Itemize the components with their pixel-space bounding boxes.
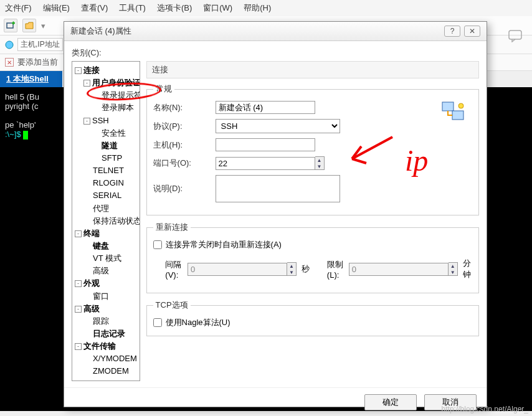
chat-icon[interactable] <box>508 30 522 44</box>
tree-window[interactable]: 窗口 <box>93 291 109 301</box>
toggle-icon[interactable]: - <box>83 118 90 125</box>
section-connect: 连接 <box>146 61 479 78</box>
legend-general: 常规 <box>153 83 174 95</box>
port-label: 端口号(O): <box>153 158 216 169</box>
spin-up-icon[interactable]: ▲ <box>315 157 324 163</box>
toggle-icon[interactable]: - <box>75 306 82 313</box>
menu-view[interactable]: 查看(V) <box>81 2 108 14</box>
tree-tunnel[interactable]: 隧道 <box>102 141 118 150</box>
host-input[interactable] <box>216 138 315 151</box>
interval-spinner[interactable]: ▲▼ <box>188 262 297 276</box>
globe-icon <box>5 40 14 49</box>
tree-appearance[interactable]: 外观 <box>83 278 100 288</box>
menu-tools[interactable]: 工具(T) <box>119 2 146 14</box>
ok-button[interactable]: 确定 <box>364 394 417 410</box>
desc-label: 说明(D): <box>153 183 216 194</box>
toggle-icon[interactable]: - <box>75 67 82 74</box>
tree-trace[interactable]: 跟踪 <box>93 316 109 326</box>
tree-advanced-term[interactable]: 高级 <box>93 266 109 275</box>
tree-login-prompt[interactable]: 登录提示符 <box>102 90 140 100</box>
prompt: :\~]$ <box>5 130 23 139</box>
svg-rect-0 <box>7 23 13 28</box>
nagle-label: 使用Nagle算法(U) <box>166 317 230 328</box>
titlebar: 新建会话 (4)属性 ? ✕ <box>64 22 487 41</box>
protocol-select[interactable]: SSH <box>216 119 340 133</box>
group-general: 常规 名称(N): 协议(P):SSH 主机(H): 端口号(O): ▲▼ 说明… <box>146 83 479 215</box>
menu-edit[interactable]: 编辑(E) <box>43 2 70 14</box>
tree-auth[interactable]: 用户身份验证 <box>92 78 140 87</box>
tree-log[interactable]: 日志记录 <box>93 329 125 338</box>
port-input[interactable] <box>216 157 315 170</box>
help-button[interactable]: ? <box>444 26 460 37</box>
nagle-checkbox[interactable] <box>153 318 162 327</box>
tree-rlogin[interactable]: RLOGIN <box>93 178 124 187</box>
session-properties-dialog: 新建会话 (4)属性 ? ✕ 类别(C): -连接 -用户身份验证 登录提示符 … <box>64 21 487 407</box>
tree-vtmode[interactable]: VT 模式 <box>93 253 121 263</box>
tree-ssh[interactable]: SSH <box>92 116 109 125</box>
svg-point-7 <box>458 103 463 108</box>
svg-rect-6 <box>452 111 463 120</box>
tree-advanced[interactable]: 高级 <box>83 304 100 313</box>
toggle-icon[interactable]: - <box>75 230 82 237</box>
toggle-icon[interactable]: - <box>83 80 90 87</box>
right-pane: 连接 常规 名称(N): 协议(P):SSH 主机(H): 端口号(O): ▲▼… <box>146 61 479 381</box>
group-tcp: TCP选项 使用Nagle算法(U) <box>146 300 479 336</box>
tree-proxy[interactable]: 代理 <box>93 204 109 213</box>
legend-reconnect: 重新连接 <box>153 222 191 233</box>
protocol-label: 协议(P): <box>153 121 216 132</box>
spin-down-icon[interactable]: ▼ <box>287 269 296 275</box>
toggle-icon[interactable]: - <box>75 280 82 287</box>
name-input[interactable] <box>216 101 315 114</box>
legend-tcp: TCP选项 <box>153 300 191 311</box>
tree-serial[interactable]: SERIAL <box>93 191 121 200</box>
address-input[interactable]: 主机,IP地址 <box>17 38 63 51</box>
tip-text: 要添加当前 <box>17 57 58 68</box>
host-label: 主机(H): <box>153 139 216 151</box>
name-label: 名称(N): <box>153 102 216 113</box>
tree-keepalive[interactable]: 保持活动状态 <box>93 216 140 225</box>
tree-login-script[interactable]: 登录脚本 <box>102 103 134 112</box>
tree-security[interactable]: 安全性 <box>102 128 126 138</box>
menu-file[interactable]: 文件(F) <box>5 2 32 14</box>
tree-filetransfer[interactable]: 文件传输 <box>83 341 116 351</box>
port-spinner[interactable]: ▲▼ <box>216 156 325 170</box>
close-tip-icon[interactable]: ✕ <box>5 58 14 67</box>
tree-keyboard[interactable]: 键盘 <box>93 241 109 250</box>
category-tree[interactable]: -连接 -用户身份验证 登录提示符 登录脚本 -SSH 安全性 <box>72 61 140 381</box>
interval-unit: 秒 <box>302 263 310 275</box>
reconnect-label: 连接异常关闭时自动重新连接(A) <box>166 239 282 250</box>
desc-textarea[interactable] <box>216 175 340 202</box>
spin-down-icon[interactable]: ▼ <box>449 269 457 275</box>
tree-terminal[interactable]: 终端 <box>83 229 100 238</box>
tree-telnet[interactable]: TELNET <box>93 166 124 175</box>
interval-input[interactable] <box>188 263 287 276</box>
tab-local-shell[interactable]: 1 本地Shell <box>0 71 62 87</box>
open-button[interactable] <box>22 19 36 32</box>
tree-xymodem[interactable]: X/YMODEM <box>93 354 137 363</box>
toggle-icon[interactable]: - <box>75 343 82 350</box>
spin-down-icon[interactable]: ▼ <box>315 163 324 169</box>
limit-input[interactable] <box>349 263 449 276</box>
tree-connect[interactable]: 连接 <box>83 65 100 75</box>
svg-point-3 <box>6 41 13 49</box>
spin-up-icon[interactable]: ▲ <box>287 263 296 269</box>
network-icon <box>441 100 466 125</box>
new-session-button[interactable] <box>4 19 17 32</box>
menu-help[interactable]: 帮助(H) <box>244 2 271 14</box>
spin-up-icon[interactable]: ▲ <box>449 263 457 269</box>
dialog-title: 新建会话 (4)属性 <box>70 26 440 37</box>
svg-rect-5 <box>442 102 454 111</box>
dialog-buttons: 确定 取消 <box>64 387 487 416</box>
group-reconnect: 重新连接 连接异常关闭时自动重新连接(A) 间隔(V): ▲▼ 秒 限制(L):… <box>146 222 479 293</box>
close-button[interactable]: ✕ <box>464 26 480 37</box>
menu-window[interactable]: 窗口(W) <box>203 2 232 14</box>
category-label: 类别(C): <box>72 47 479 59</box>
menu-tabs[interactable]: 选项卡(B) <box>157 2 192 14</box>
limit-spinner[interactable]: ▲▼ <box>349 262 458 276</box>
watermark: http://blog.csdn.net/Alger_ <box>442 405 528 414</box>
reconnect-checkbox[interactable] <box>153 240 162 249</box>
cursor <box>23 131 28 139</box>
menubar: 文件(F) 编辑(E) 查看(V) 工具(T) 选项卡(B) 窗口(W) 帮助(… <box>0 0 532 16</box>
tree-sftp[interactable]: SFTP <box>102 153 122 163</box>
tree-zmodem[interactable]: ZMODEM <box>93 366 129 376</box>
